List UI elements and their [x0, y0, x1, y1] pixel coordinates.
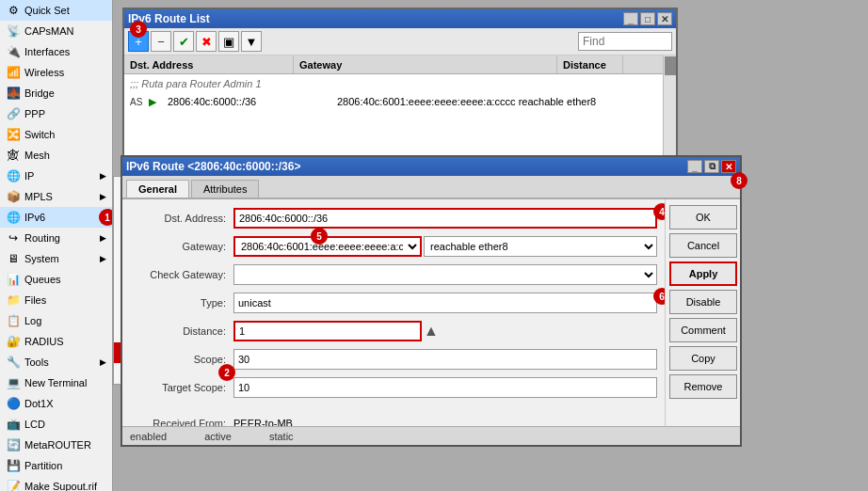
sidebar-item-newterminal[interactable]: 💻 New Terminal	[0, 372, 112, 393]
dialog-close-button[interactable]: ✕	[721, 160, 736, 173]
radius-icon: 🔐	[6, 334, 21, 349]
bridge-icon: 🌉	[6, 86, 21, 101]
check-gateway-label: Check Gateway:	[130, 269, 233, 280]
sidebar-item-ppp[interactable]: 🔗 PPP	[0, 103, 112, 124]
distance-up-button[interactable]: ▲	[424, 323, 439, 340]
dialog-body: 4 Dst. Address: Gateway: 2806:40c:6001:e…	[122, 199, 740, 429]
gateway-select[interactable]: 2806:40c:6001:eeee:eeee:eeee:a:c	[233, 236, 422, 257]
check-gateway-row: Check Gateway:	[130, 263, 657, 286]
sidebar-item-bridge[interactable]: 🌉 Bridge	[0, 83, 112, 103]
sidebar-item-queues[interactable]: 📊 Queues	[0, 269, 112, 290]
dialog-tabs: General Attributes	[122, 176, 740, 199]
enable-route-button[interactable]: ✔	[173, 31, 194, 52]
sidebar-item-quickset[interactable]: ⚙ Quick Set	[0, 0, 112, 21]
check-gateway-select[interactable]	[233, 264, 657, 285]
find-input[interactable]	[578, 32, 672, 51]
button-area: OK Cancel Apply Disable Comment Copy Rem…	[665, 199, 740, 429]
sidebar-label: MPLS	[24, 191, 53, 202]
sidebar-item-mesh[interactable]: 🕸 Mesh	[0, 145, 112, 166]
lcd-icon: 📺	[6, 417, 21, 432]
tools-icon: 🔧	[6, 355, 21, 370]
sidebar-item-radius[interactable]: 🔐 RADIUS	[0, 331, 112, 352]
table-row[interactable]: AS ▶ 2806:40c:6000::/36 2806:40c:6001:ee…	[124, 93, 663, 110]
sidebar-label: Make Supout.rif	[24, 481, 97, 491]
route-note: ;;; Ruta para Router Admin 1	[124, 74, 663, 93]
sidebar-item-system[interactable]: 🖥 System ▶	[0, 248, 112, 269]
clone-route-button[interactable]: ▣	[218, 31, 239, 52]
sidebar-label: IPv6	[24, 212, 45, 223]
sidebar-item-dot1x[interactable]: 🔵 Dot1X	[0, 393, 112, 414]
sidebar-label: IP	[24, 170, 34, 182]
tab-attributes[interactable]: Attributes	[191, 180, 259, 198]
sidebar-item-wireless[interactable]: 📶 Wireless	[0, 62, 112, 83]
badge-4: 4	[653, 203, 665, 220]
sidebar-label: PPP	[24, 108, 45, 119]
sidebar-item-metarouter[interactable]: 🔄 MetaROUTER	[0, 435, 112, 455]
gateway-header: Gateway	[294, 55, 557, 73]
distance-header: Distance	[557, 55, 623, 73]
badge-2: 2	[218, 364, 235, 381]
tab-general[interactable]: General	[126, 180, 189, 198]
table-scrollbar[interactable]	[663, 55, 676, 168]
minimize-button[interactable]: _	[623, 12, 638, 25]
route-dialog-title: IPv6 Route <2806:40c:6000::/36>	[126, 160, 300, 173]
dialog-restore-button[interactable]: ⧉	[704, 160, 719, 173]
sidebar-item-mpls[interactable]: 📦 MPLS ▶	[0, 186, 112, 207]
ip-icon: 🌐	[6, 168, 21, 183]
routing-icon: ↪	[6, 230, 21, 246]
filter-button[interactable]: ▼	[241, 31, 262, 52]
sidebar-item-log[interactable]: 📋 Log	[0, 310, 112, 331]
sidebar-item-lcd[interactable]: 📺 LCD	[0, 414, 112, 435]
target-scope-input[interactable]	[233, 377, 657, 398]
maximize-button[interactable]: □	[640, 12, 655, 25]
type-label: Type:	[130, 297, 233, 309]
gateway-type-select[interactable]: reachable ether8	[424, 236, 657, 257]
interfaces-icon: 🔌	[6, 44, 21, 59]
sidebar-label: CAPsMAN	[24, 25, 74, 37]
type-row: Type: 6	[130, 292, 657, 314]
sidebar-item-ip[interactable]: 🌐 IP ▶	[0, 166, 112, 186]
dst-address-header: Dst. Address	[124, 55, 294, 73]
target-scope-label: Target Scope:	[130, 382, 233, 393]
scope-input[interactable]	[233, 349, 657, 370]
dialog-minimize-button[interactable]: _	[687, 160, 702, 173]
sidebar-label: Partition	[24, 460, 62, 471]
copy-button[interactable]: Copy	[669, 346, 737, 371]
dot1x-icon: 🔵	[6, 396, 21, 411]
makesupout-icon: 📝	[6, 479, 21, 491]
type-input[interactable]	[233, 293, 657, 313]
cancel-button[interactable]: Cancel	[669, 233, 737, 258]
disable-route-button[interactable]: ✖	[196, 31, 217, 52]
distance-row: Distance: ▲	[130, 320, 657, 342]
comment-button[interactable]: Comment	[669, 318, 737, 342]
sidebar-label: Mesh	[24, 150, 50, 161]
mesh-icon: 🕸	[6, 148, 21, 163]
as-label: AS	[124, 97, 143, 107]
remove-route-button[interactable]: −	[151, 31, 171, 52]
sidebar-item-partition[interactable]: 💾 Partition	[0, 455, 112, 476]
sidebar-item-ipv6[interactable]: 🌐 IPv6 ▶ 1	[0, 207, 112, 228]
remove-button[interactable]: Remove	[669, 374, 737, 399]
sidebar-item-makesupout[interactable]: 📝 Make Supout.rif	[0, 476, 112, 491]
log-icon: 📋	[6, 313, 21, 328]
distance-input[interactable]	[233, 321, 422, 341]
sidebar-item-routing[interactable]: ↪ Routing ▶	[0, 228, 112, 248]
close-button[interactable]: ✕	[657, 12, 672, 25]
badge-1: 1	[99, 209, 112, 226]
route-dialog-titlebar: IPv6 Route <2806:40c:6000::/36> _ ⧉ ✕	[122, 157, 740, 176]
sidebar-item-interfaces[interactable]: 🔌 Interfaces	[0, 41, 112, 62]
sidebar-item-capsman[interactable]: 📡 CAPsMAN	[0, 21, 112, 41]
sidebar-item-tools[interactable]: 🔧 Tools ▶	[0, 352, 112, 372]
metarouter-icon: 🔄	[6, 437, 21, 452]
sidebar-label: Switch	[24, 129, 55, 140]
route-list-toolbar: + − ✔ ✖ ▣ ▼	[124, 28, 676, 55]
sidebar-item-files[interactable]: 📁 Files	[0, 290, 112, 310]
disable-button[interactable]: Disable	[669, 290, 737, 314]
ok-button[interactable]: OK	[669, 205, 737, 230]
sidebar-label: Log	[24, 315, 41, 326]
apply-button[interactable]: Apply	[669, 261, 737, 286]
gateway-label: Gateway:	[130, 241, 233, 252]
sidebar-item-switch[interactable]: 🔀 Switch	[0, 124, 112, 145]
dst-address-input[interactable]	[233, 208, 657, 229]
route-table-body: ;;; Ruta para Router Admin 1 AS ▶ 2806:4…	[124, 74, 663, 168]
